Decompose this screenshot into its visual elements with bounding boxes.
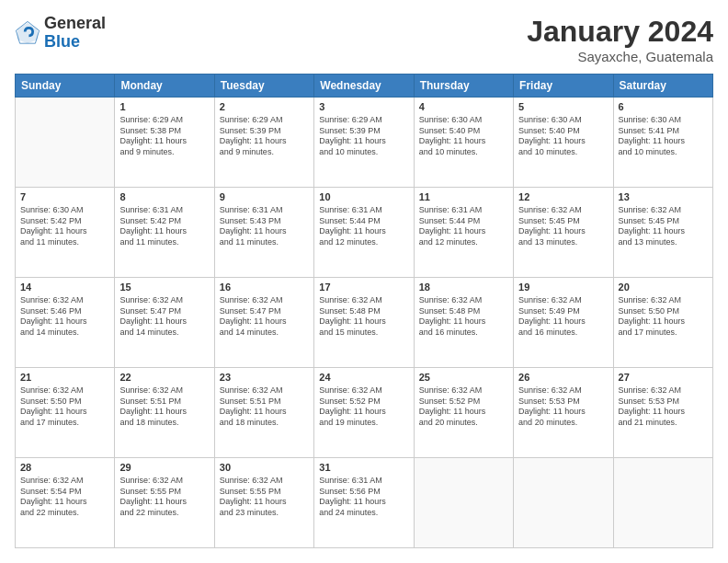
day-info: Sunrise: 6:31 AM Sunset: 5:44 PM Dayligh… [319, 205, 408, 248]
calendar-cell: 25Sunrise: 6:32 AM Sunset: 5:52 PM Dayli… [414, 368, 513, 458]
col-friday: Friday [514, 75, 613, 98]
day-info: Sunrise: 6:29 AM Sunset: 5:38 PM Dayligh… [119, 115, 209, 158]
day-number: 27 [619, 371, 708, 385]
svg-marker-0 [17, 23, 38, 43]
day-info: Sunrise: 6:32 AM Sunset: 5:53 PM Dayligh… [619, 385, 708, 429]
day-number: 5 [518, 100, 608, 114]
calendar-cell: 7Sunrise: 6:30 AM Sunset: 5:42 PM Daylig… [16, 188, 115, 278]
week-row-2: 7Sunrise: 6:30 AM Sunset: 5:42 PM Daylig… [16, 188, 713, 278]
day-number: 13 [619, 190, 708, 204]
location-subtitle: Sayaxche, Guatemala [527, 49, 713, 64]
calendar-cell: 21Sunrise: 6:32 AM Sunset: 5:50 PM Dayli… [16, 368, 115, 458]
day-number: 29 [119, 461, 209, 475]
day-info: Sunrise: 6:29 AM Sunset: 5:39 PM Dayligh… [319, 115, 408, 158]
day-info: Sunrise: 6:32 AM Sunset: 5:50 PM Dayligh… [619, 295, 708, 339]
day-number: 28 [20, 461, 109, 475]
day-number: 18 [419, 281, 508, 294]
day-number: 1 [119, 100, 209, 114]
day-number: 23 [220, 371, 309, 385]
calendar-cell [613, 458, 712, 548]
day-info: Sunrise: 6:32 AM Sunset: 5:53 PM Dayligh… [518, 385, 608, 429]
day-number: 7 [20, 190, 109, 204]
day-info: Sunrise: 6:31 AM Sunset: 5:42 PM Dayligh… [119, 205, 209, 248]
day-info: Sunrise: 6:30 AM Sunset: 5:42 PM Dayligh… [20, 205, 109, 248]
calendar-cell [514, 458, 613, 548]
day-number: 17 [319, 281, 408, 294]
day-info: Sunrise: 6:32 AM Sunset: 5:55 PM Dayligh… [220, 476, 309, 519]
day-number: 20 [619, 281, 708, 294]
day-info: Sunrise: 6:32 AM Sunset: 5:50 PM Dayligh… [20, 385, 109, 429]
logo-icon [15, 20, 40, 46]
day-info: Sunrise: 6:32 AM Sunset: 5:52 PM Dayligh… [319, 385, 408, 429]
day-number: 11 [419, 190, 508, 204]
day-info: Sunrise: 6:32 AM Sunset: 5:52 PM Dayligh… [419, 385, 508, 429]
month-title: January 2024 [527, 15, 713, 49]
calendar-cell: 19Sunrise: 6:32 AM Sunset: 5:49 PM Dayli… [514, 278, 613, 368]
day-info: Sunrise: 6:32 AM Sunset: 5:51 PM Dayligh… [220, 385, 309, 429]
day-number: 14 [20, 281, 109, 294]
day-info: Sunrise: 6:30 AM Sunset: 5:41 PM Dayligh… [619, 115, 708, 158]
logo: General Blue [15, 15, 106, 52]
calendar-cell: 23Sunrise: 6:32 AM Sunset: 5:51 PM Dayli… [214, 368, 313, 458]
day-info: Sunrise: 6:32 AM Sunset: 5:55 PM Dayligh… [119, 476, 209, 519]
title-block: January 2024 Sayaxche, Guatemala [527, 15, 713, 64]
day-info: Sunrise: 6:32 AM Sunset: 5:51 PM Dayligh… [119, 385, 209, 429]
day-info: Sunrise: 6:32 AM Sunset: 5:49 PM Dayligh… [518, 295, 608, 339]
col-saturday: Saturday [613, 75, 712, 98]
day-info: Sunrise: 6:32 AM Sunset: 5:54 PM Dayligh… [20, 476, 109, 519]
calendar-cell: 8Sunrise: 6:31 AM Sunset: 5:42 PM Daylig… [115, 188, 214, 278]
day-number: 16 [220, 281, 309, 294]
calendar-cell: 28Sunrise: 6:32 AM Sunset: 5:54 PM Dayli… [16, 458, 115, 548]
day-number: 4 [419, 100, 508, 114]
logo-text: General Blue [44, 15, 106, 52]
calendar-cell: 4Sunrise: 6:30 AM Sunset: 5:40 PM Daylig… [414, 98, 513, 188]
day-number: 3 [319, 100, 408, 114]
calendar-cell: 10Sunrise: 6:31 AM Sunset: 5:44 PM Dayli… [314, 188, 414, 278]
calendar-cell: 15Sunrise: 6:32 AM Sunset: 5:47 PM Dayli… [115, 278, 214, 368]
calendar-cell: 1Sunrise: 6:29 AM Sunset: 5:38 PM Daylig… [115, 98, 214, 188]
day-info: Sunrise: 6:31 AM Sunset: 5:56 PM Dayligh… [319, 476, 408, 519]
day-number: 9 [220, 190, 309, 204]
col-sunday: Sunday [16, 75, 115, 98]
calendar-cell [414, 458, 513, 548]
day-number: 12 [518, 190, 608, 204]
calendar-cell: 17Sunrise: 6:32 AM Sunset: 5:48 PM Dayli… [314, 278, 414, 368]
day-info: Sunrise: 6:32 AM Sunset: 5:48 PM Dayligh… [319, 295, 408, 339]
week-row-4: 21Sunrise: 6:32 AM Sunset: 5:50 PM Dayli… [16, 368, 713, 458]
calendar-cell: 16Sunrise: 6:32 AM Sunset: 5:47 PM Dayli… [214, 278, 313, 368]
calendar-cell: 2Sunrise: 6:29 AM Sunset: 5:39 PM Daylig… [214, 98, 313, 188]
day-info: Sunrise: 6:30 AM Sunset: 5:40 PM Dayligh… [518, 115, 608, 158]
col-monday: Monday [115, 75, 214, 98]
day-number: 6 [619, 100, 708, 114]
col-tuesday: Tuesday [214, 75, 313, 98]
day-info: Sunrise: 6:32 AM Sunset: 5:45 PM Dayligh… [518, 205, 608, 248]
calendar-table: Sunday Monday Tuesday Wednesday Thursday… [15, 74, 713, 548]
calendar-cell: 5Sunrise: 6:30 AM Sunset: 5:40 PM Daylig… [514, 98, 613, 188]
calendar-cell: 11Sunrise: 6:31 AM Sunset: 5:44 PM Dayli… [414, 188, 513, 278]
day-info: Sunrise: 6:32 AM Sunset: 5:46 PM Dayligh… [20, 295, 109, 339]
col-thursday: Thursday [414, 75, 513, 98]
day-number: 10 [319, 190, 408, 204]
day-info: Sunrise: 6:32 AM Sunset: 5:48 PM Dayligh… [419, 295, 508, 339]
day-info: Sunrise: 6:30 AM Sunset: 5:40 PM Dayligh… [419, 115, 508, 158]
day-info: Sunrise: 6:29 AM Sunset: 5:39 PM Dayligh… [220, 115, 309, 158]
calendar-cell: 6Sunrise: 6:30 AM Sunset: 5:41 PM Daylig… [613, 98, 712, 188]
calendar-cell: 3Sunrise: 6:29 AM Sunset: 5:39 PM Daylig… [314, 98, 414, 188]
day-number: 26 [518, 371, 608, 385]
calendar-cell: 12Sunrise: 6:32 AM Sunset: 5:45 PM Dayli… [514, 188, 613, 278]
calendar-cell: 26Sunrise: 6:32 AM Sunset: 5:53 PM Dayli… [514, 368, 613, 458]
calendar-cell: 22Sunrise: 6:32 AM Sunset: 5:51 PM Dayli… [115, 368, 214, 458]
day-number: 25 [419, 371, 508, 385]
calendar-cell: 9Sunrise: 6:31 AM Sunset: 5:43 PM Daylig… [214, 188, 313, 278]
calendar-cell: 27Sunrise: 6:32 AM Sunset: 5:53 PM Dayli… [613, 368, 712, 458]
calendar-cell [16, 98, 115, 188]
day-info: Sunrise: 6:32 AM Sunset: 5:47 PM Dayligh… [220, 295, 309, 339]
logo-general-text: General [44, 15, 106, 33]
day-number: 19 [518, 281, 608, 294]
day-number: 15 [119, 281, 209, 294]
calendar-cell: 31Sunrise: 6:31 AM Sunset: 5:56 PM Dayli… [314, 458, 414, 548]
day-info: Sunrise: 6:31 AM Sunset: 5:44 PM Dayligh… [419, 205, 508, 248]
calendar-cell: 24Sunrise: 6:32 AM Sunset: 5:52 PM Dayli… [314, 368, 414, 458]
day-info: Sunrise: 6:32 AM Sunset: 5:47 PM Dayligh… [119, 295, 209, 339]
day-number: 21 [20, 371, 109, 385]
